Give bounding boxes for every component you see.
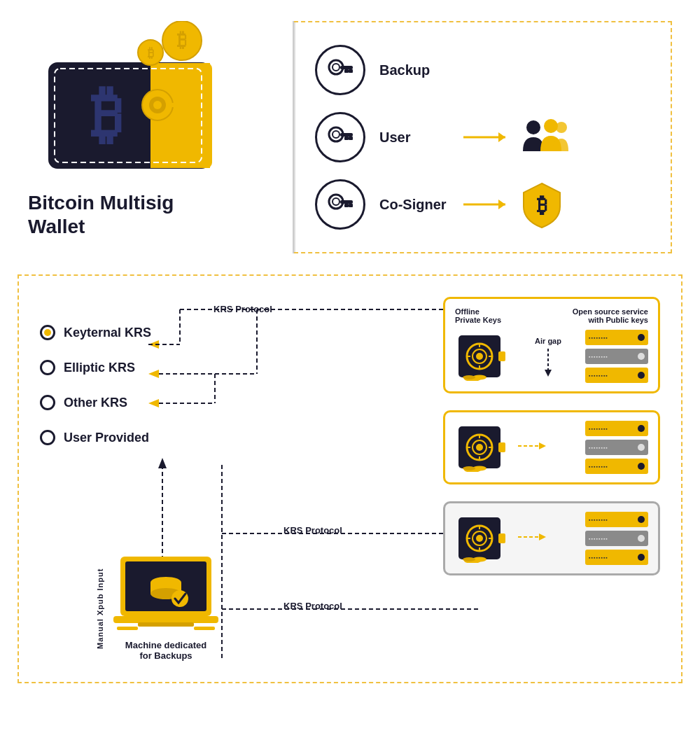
svg-rect-17 xyxy=(340,66,353,69)
svg-rect-18 xyxy=(349,69,353,73)
laptop-icon-container: Machine dedicatedfor Backups xyxy=(110,553,222,661)
cosigner-shield-icon: ₿ xyxy=(519,180,565,229)
cosigner-label: Co-Signer xyxy=(379,197,449,213)
svg-point-16 xyxy=(332,64,340,71)
svg-rect-24 xyxy=(344,137,349,140)
krs-radio-user-provided[interactable] xyxy=(40,430,55,445)
krs-label-keyternal: Keyternal KRS xyxy=(64,326,151,340)
svg-rect-104 xyxy=(138,622,194,627)
diagram-container: KRS Protocol KRS Protocol xyxy=(40,297,660,661)
svg-point-27 xyxy=(556,122,567,133)
user-key-circle xyxy=(315,112,365,162)
svg-rect-91 xyxy=(498,533,505,543)
svg-rect-105 xyxy=(117,627,138,630)
cosigner-key-circle xyxy=(315,179,365,230)
server-stack-1: ▪▪▪▪▪▪▪▪ ▪▪▪▪▪▪▪▪ ▪▪▪▪▪▪▪▪ xyxy=(585,330,648,383)
cosigner-arrow xyxy=(463,200,505,209)
svg-point-66 xyxy=(463,375,475,379)
bottom-section: KRS Protocol KRS Protocol xyxy=(18,274,682,683)
krs-item-other: Other KRS xyxy=(40,395,194,410)
vault-box-1-content: Air gap ▪▪▪▪▪▪▪▪ ▪▪▪▪▪▪▪▪ xyxy=(455,330,648,383)
krs-radio-elliptic[interactable] xyxy=(40,360,55,375)
server-unit-yellow-5: ▪▪▪▪▪▪▪▪ xyxy=(585,512,648,527)
vault-box-1: OfflinePrivate Keys Open source servicew… xyxy=(443,297,660,393)
safe-svg-3 xyxy=(455,514,511,563)
svg-rect-106 xyxy=(194,627,215,630)
wallet-illustration: ₿ ₿ ₿ xyxy=(28,21,238,175)
user-arrow xyxy=(463,132,505,142)
vault-box-2-content: ▪▪▪▪▪▪▪▪ ▪▪▪▪▪▪▪▪ ▪▪▪▪▪▪▪▪ xyxy=(455,421,648,474)
svg-text:₿: ₿ xyxy=(537,193,547,216)
svg-text:₿: ₿ xyxy=(91,80,122,150)
wallet-title: Bitcoin MultisigWallet xyxy=(28,191,174,238)
server-unit-yellow-6: ▪▪▪▪▪▪▪▪ xyxy=(585,550,648,565)
svg-marker-50 xyxy=(158,458,167,468)
server-unit-gray-1: ▪▪▪▪▪▪▪▪ xyxy=(585,349,648,364)
vault-box-3-content: ▪▪▪▪▪▪▪▪ ▪▪▪▪▪▪▪▪ ▪▪▪▪▪▪▪▪ xyxy=(455,512,648,565)
svg-rect-10 xyxy=(178,107,184,113)
dashed-arrow-2 xyxy=(518,439,546,453)
svg-rect-31 xyxy=(349,204,353,207)
krs-label-other: Other KRS xyxy=(64,396,127,410)
vault-box-1-header-left: OfflinePrivate Keys xyxy=(455,307,501,324)
cosigner-key-row: Co-Signer ₿ xyxy=(315,179,650,230)
krs-label-elliptic: Elliptic KRS xyxy=(64,361,135,375)
svg-marker-82 xyxy=(539,442,546,449)
vault-box-1-header-right: Open source servicewith Public keys xyxy=(573,307,648,324)
laptop-svg xyxy=(110,553,222,637)
krs-label-user-provided: User Provided xyxy=(64,431,149,445)
user-key-row: User xyxy=(315,112,650,162)
svg-point-21 xyxy=(332,131,340,138)
svg-rect-22 xyxy=(340,133,353,137)
server-stack-2: ▪▪▪▪▪▪▪▪ ▪▪▪▪▪▪▪▪ ▪▪▪▪▪▪▪▪ xyxy=(585,421,648,474)
svg-point-7 xyxy=(153,101,162,109)
krs-radio-keyternal[interactable] xyxy=(40,325,55,340)
krs-radio-other[interactable] xyxy=(40,395,55,410)
svg-text:₿: ₿ xyxy=(148,46,154,60)
server-unit-yellow-4: ▪▪▪▪▪▪▪▪ xyxy=(585,459,648,474)
svg-point-86 xyxy=(476,535,483,542)
backup-label: Backup xyxy=(379,62,449,78)
svg-rect-63 xyxy=(498,351,505,361)
krs-list: Keyternal KRS Elliptic KRS Other KRS Use… xyxy=(40,325,194,445)
svg-point-26 xyxy=(544,119,558,133)
svg-rect-8 xyxy=(168,103,189,107)
safe-svg-1 xyxy=(455,332,511,381)
user-group-icon xyxy=(519,116,568,158)
safe-svg-2 xyxy=(455,423,511,472)
server-unit-yellow-3: ▪▪▪▪▪▪▪▪ xyxy=(585,421,648,436)
manual-xpub-label: Manual Xpub Input xyxy=(96,565,104,649)
svg-rect-32 xyxy=(344,204,349,207)
svg-point-94 xyxy=(463,557,475,561)
svg-rect-19 xyxy=(344,69,349,73)
vault-box-3: ▪▪▪▪▪▪▪▪ ▪▪▪▪▪▪▪▪ ▪▪▪▪▪▪▪▪ xyxy=(443,501,660,575)
airgap-arrow xyxy=(544,349,552,377)
laptop-label: Machine dedicatedfor Backups xyxy=(125,640,206,661)
krs-item-keyternal: Keyternal KRS xyxy=(40,325,194,340)
svg-text:KRS Protocol: KRS Protocol xyxy=(214,304,272,314)
svg-marker-96 xyxy=(539,533,546,540)
svg-point-80 xyxy=(463,466,475,470)
top-section: ₿ ₿ ₿ Bitcoin MultisigWallet xyxy=(0,0,700,267)
svg-text:₿: ₿ xyxy=(177,29,187,51)
krs-item-elliptic: Elliptic KRS xyxy=(40,360,194,375)
server-unit-yellow-1: ▪▪▪▪▪▪▪▪ xyxy=(585,330,648,345)
svg-text:KRS Protocol: KRS Protocol xyxy=(284,601,342,611)
svg-point-72 xyxy=(476,444,483,451)
svg-rect-23 xyxy=(349,137,353,140)
svg-point-25 xyxy=(526,120,540,134)
air-gap-label: Air gap xyxy=(535,337,561,345)
left-panel: ₿ ₿ ₿ Bitcoin MultisigWallet xyxy=(28,21,294,253)
server-unit-yellow-2: ▪▪▪▪▪▪▪▪ xyxy=(585,368,648,383)
vault-box-1-header: OfflinePrivate Keys Open source servicew… xyxy=(455,307,648,324)
svg-rect-30 xyxy=(340,200,353,204)
svg-marker-68 xyxy=(545,370,552,377)
server-unit-gray-3: ▪▪▪▪▪▪▪▪ xyxy=(585,531,648,546)
svg-rect-9 xyxy=(183,107,189,113)
backup-key-circle xyxy=(315,45,365,95)
svg-point-29 xyxy=(332,198,340,205)
svg-rect-77 xyxy=(498,442,505,452)
svg-text:KRS Protocol: KRS Protocol xyxy=(284,525,342,536)
backup-key-row: Backup xyxy=(315,45,650,95)
user-label: User xyxy=(379,130,449,146)
